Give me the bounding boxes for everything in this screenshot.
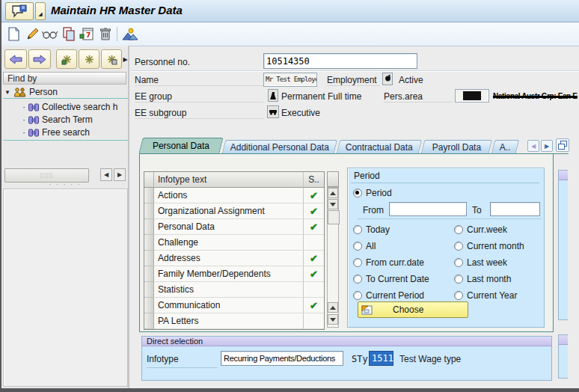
tree-item-free-search[interactable]: · Free search (22, 127, 90, 138)
overview-button[interactable] (121, 25, 139, 43)
sidebar-hscroll-left-button[interactable]: ◀ (100, 168, 112, 181)
row-selector[interactable] (144, 235, 154, 251)
from-date-input[interactable] (389, 202, 467, 216)
table-header-corner (327, 171, 339, 187)
choose-button[interactable]: Choose (358, 301, 468, 318)
tree-item-label: Search Term (42, 114, 93, 125)
table-row[interactable]: Statistics (144, 282, 324, 298)
infotype-input[interactable] (221, 351, 343, 366)
table-page-down-button[interactable] (328, 314, 338, 325)
delete-button[interactable] (96, 25, 114, 43)
application-toolbar: 7 (0, 22, 579, 46)
table-row[interactable]: Actions ✔ (144, 188, 324, 203)
services-for-object-button[interactable] (5, 2, 34, 20)
change-button[interactable] (23, 25, 41, 43)
insert-search-button[interactable] (79, 49, 99, 69)
speech-bubble-icon (10, 4, 28, 18)
ee-subgroup-label: EE subgroup (135, 108, 263, 119)
radio-button[interactable] (353, 189, 362, 197)
forward-arrow-icon (33, 55, 46, 64)
tree-item-search-term[interactable]: · Search Term (22, 114, 93, 125)
infotype-text-column-header[interactable]: Infotype text (154, 172, 304, 188)
back-button[interactable] (4, 49, 27, 69)
create-button[interactable] (4, 25, 22, 43)
radio-from-curr-date[interactable]: From curr.date (353, 257, 424, 268)
sap-window: ◢ Maintain HR Master Data (0, 0, 579, 392)
radio-last-week[interactable]: Last week (454, 257, 507, 268)
forward-button[interactable] (28, 49, 51, 69)
radio-last-month[interactable]: Last month (454, 274, 511, 284)
table-row[interactable]: Family Member/Dependents ✔ (144, 266, 324, 282)
radio-button[interactable] (454, 225, 463, 234)
tab-contractual-data[interactable]: Contractual Data (337, 140, 422, 153)
pers-area-value: National Austr Grp: Ean E0U (493, 92, 578, 100)
radio-all[interactable]: All (353, 241, 376, 251)
table-scroll-down-button[interactable] (328, 199, 338, 209)
radio-curr-week[interactable]: Curr.week (454, 224, 507, 235)
tab-additional-truncated[interactable]: A.. (491, 140, 519, 153)
row-selector[interactable] (144, 251, 154, 266)
radio-button[interactable] (353, 275, 362, 284)
infotype-label: Infotype (147, 354, 179, 364)
status-column-header[interactable]: S.. (304, 172, 324, 188)
tab-page-overview-button[interactable] (556, 138, 569, 152)
row-selector[interactable] (144, 313, 154, 329)
period-title: Period (354, 171, 380, 181)
status-check (304, 235, 324, 251)
row-selector[interactable] (144, 219, 154, 235)
splitter-handle[interactable]: · · · · · (46, 183, 84, 187)
tab-scroll-right-button[interactable]: ▶ (541, 140, 553, 152)
append-search-button[interactable] (56, 49, 77, 69)
window-border-left (0, 0, 1, 392)
to-date-input[interactable] (490, 202, 540, 216)
tree-item-collective-search[interactable]: · Collective search h (22, 102, 117, 112)
table-row[interactable]: Challenge (144, 235, 324, 251)
row-selector[interactable] (144, 298, 154, 313)
collapse-triangle-icon[interactable]: ▼ (4, 89, 10, 96)
sty-input[interactable]: 1511 (369, 351, 393, 366)
row-selector[interactable] (144, 188, 154, 203)
tab-payroll-data[interactable]: Payroll Data (421, 140, 492, 153)
radio-current-period[interactable]: Current Period (353, 290, 424, 301)
sidebar-expand-button[interactable]: ▶ (123, 49, 128, 69)
row-selector[interactable] (144, 266, 154, 282)
radio-button[interactable] (454, 275, 463, 284)
delimit-button[interactable]: 7 (78, 25, 96, 43)
table-row[interactable]: Personal Data ✔ (144, 219, 324, 235)
personnel-no-input[interactable] (263, 53, 417, 69)
radio-current-month[interactable]: Current month (454, 241, 524, 251)
radio-button[interactable] (353, 225, 362, 234)
delimit-calendar-icon: 7 (79, 27, 94, 41)
clipped-panel-right (558, 170, 568, 320)
display-button[interactable] (41, 25, 59, 43)
table-scroll-thumb[interactable] (328, 210, 340, 224)
radio-to-current-date[interactable]: To Current Date (353, 274, 429, 284)
copy-button[interactable] (60, 25, 78, 43)
radio-current-year[interactable]: Current Year (454, 290, 517, 301)
radio-button[interactable] (454, 258, 463, 267)
clipped-panel-header (559, 335, 568, 345)
sidebar-hscroll-right-button[interactable]: ▶ (114, 168, 126, 181)
selector-column-header[interactable] (144, 172, 154, 188)
table-scroll-up-button[interactable] (328, 188, 338, 198)
tab-additional-personal-data[interactable]: Additional Personal Data (222, 140, 337, 153)
radio-button[interactable] (454, 242, 463, 251)
tree-node-person[interactable]: ▼ Person (4, 87, 58, 97)
row-selector[interactable] (144, 203, 154, 219)
table-page-up-button[interactable] (328, 302, 338, 313)
radio-button[interactable] (353, 242, 362, 251)
tab-personal-data[interactable]: Personal Data (138, 138, 223, 153)
radio-period[interactable]: Period (353, 188, 392, 198)
table-row[interactable]: Communication ✔ (144, 298, 324, 313)
tab-scroll-left-button[interactable]: ◀ (527, 140, 539, 152)
radio-button[interactable] (454, 291, 463, 300)
row-selector[interactable] (144, 282, 154, 298)
radio-today[interactable]: Today (353, 224, 390, 235)
radio-button[interactable] (353, 291, 362, 300)
table-row[interactable]: Addresses ✔ (144, 251, 324, 266)
radio-button[interactable] (353, 258, 362, 267)
table-row[interactable]: Organizational Assignment ✔ (144, 203, 324, 219)
titlebar-dropdown-button[interactable]: ◢ (35, 2, 46, 20)
table-row[interactable]: PA Letters (144, 313, 324, 329)
delete-search-button[interactable] (101, 49, 122, 69)
